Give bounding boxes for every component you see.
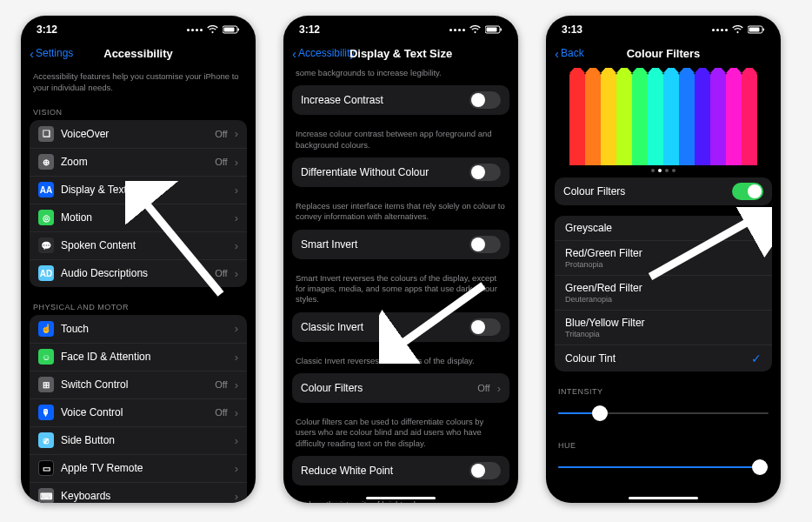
row-label: VoiceOver: [61, 128, 208, 140]
row-label: Classic Invert: [301, 321, 463, 333]
pencil-icon: [616, 73, 632, 165]
vision-row-3[interactable]: ◎Motion›: [30, 204, 247, 231]
setting-row-increase-contrast[interactable]: Increase Contrast: [292, 85, 509, 115]
row-label: Touch: [61, 323, 228, 335]
vision-row-0[interactable]: ❏VoiceOverOff›: [30, 120, 247, 148]
setting-row-smart-invert[interactable]: Smart Invert: [292, 230, 509, 259]
setting-row-reduce-white-point[interactable]: Reduce White Point: [292, 456, 509, 485]
chevron-right-icon: ›: [235, 322, 238, 335]
setting-group-2: Smart Invert: [292, 230, 509, 259]
row-icon: ⌨: [38, 488, 54, 503]
filter-option-red-green-filter[interactable]: Red/Green FilterProtanopia: [555, 240, 772, 275]
content: Colour Filters GreyscaleRed/Green Filter…: [546, 68, 781, 503]
motor-row-4[interactable]: ⎚Side Button›: [30, 426, 247, 454]
row-label: Display & Text Size: [61, 184, 228, 196]
vision-row-4[interactable]: 💬Spoken Content›: [30, 231, 247, 259]
signal-icon: [712, 29, 728, 31]
filter-option-green-red-filter[interactable]: Green/Red FilterDeuteranopia: [555, 275, 772, 310]
chevron-right-icon: ›: [235, 462, 238, 475]
colour-filters-switch[interactable]: [732, 183, 763, 200]
setting-note: Smart Invert reverses the colours of the…: [283, 270, 518, 312]
toggle-switch[interactable]: [469, 91, 501, 109]
setting-row-colour-filters[interactable]: Colour FiltersOff›: [292, 373, 509, 403]
signal-icon: [449, 29, 465, 31]
battery-icon: [748, 25, 765, 34]
chevron-right-icon: ›: [235, 239, 238, 252]
motor-row-0[interactable]: ☝Touch›: [30, 315, 247, 343]
row-label: Audio Descriptions: [61, 267, 208, 279]
checkmark-icon: ✓: [751, 351, 762, 365]
clock: 3:12: [299, 23, 320, 36]
filter-name: Colour Tint: [565, 352, 616, 365]
status-icons: [712, 25, 765, 34]
section-header-vision: VISION: [21, 103, 256, 120]
pencil-icon: [648, 73, 663, 165]
setting-note: Increase colour contrast between app for…: [283, 125, 518, 157]
svg-rect-6: [501, 29, 503, 31]
truncated-note: some backgrounds to increase legibility.: [283, 68, 518, 85]
chevron-right-icon: ›: [235, 267, 238, 280]
pencil-icon: [585, 73, 601, 165]
row-colour-filters-toggle[interactable]: Colour Filters: [555, 177, 772, 205]
row-icon: AD: [38, 265, 54, 281]
status-icons: [187, 25, 240, 34]
chevron-right-icon: ›: [235, 490, 238, 503]
toggle-switch[interactable]: [469, 164, 501, 181]
vision-row-1[interactable]: ⊕ZoomOff›: [30, 148, 247, 176]
group-vision: ❏VoiceOverOff›⊕ZoomOff›AADisplay & Text …: [30, 120, 247, 287]
row-label: Face ID & Attention: [61, 351, 228, 363]
group-filter-options: GreyscaleRed/Green FilterProtanopiaGreen…: [555, 216, 772, 371]
intensity-slider[interactable]: [558, 403, 769, 424]
home-indicator[interactable]: [366, 497, 436, 499]
chevron-right-icon: ›: [235, 351, 238, 364]
wifi-icon: [469, 25, 481, 34]
toggle-switch[interactable]: [469, 318, 501, 336]
filter-name: Blue/Yellow Filter: [565, 317, 762, 329]
pencil-preview[interactable]: [546, 68, 781, 165]
motor-row-1[interactable]: ☺Face ID & Attention›: [30, 343, 247, 371]
motor-row-3[interactable]: 🎙Voice ControlOff›: [30, 398, 247, 426]
setting-note: Replaces user interface items that rely …: [283, 197, 518, 230]
row-icon: ⊞: [38, 377, 54, 392]
chevron-right-icon: ›: [235, 127, 238, 140]
section-header-motor: PHYSICAL AND MOTOR: [21, 298, 256, 315]
filter-subtitle: Deuteranopia: [565, 295, 762, 304]
toggle-label: Colour Filters: [563, 185, 725, 197]
row-icon: 🎙: [38, 405, 54, 420]
svg-rect-2: [238, 29, 240, 31]
vision-row-2[interactable]: AADisplay & Text Size›: [30, 176, 247, 204]
hue-slider[interactable]: [558, 457, 769, 478]
chevron-right-icon: ›: [235, 184, 238, 197]
row-label: Smart Invert: [301, 238, 463, 251]
filter-option-colour-tint[interactable]: Colour Tint✓: [555, 345, 772, 371]
motor-row-2[interactable]: ⊞Switch ControlOff›: [30, 371, 247, 398]
home-indicator[interactable]: [629, 497, 698, 499]
vision-row-5[interactable]: ADAudio DescriptionsOff›: [30, 259, 247, 287]
row-icon: ☺: [38, 349, 54, 365]
pencil-icon: [742, 73, 757, 165]
filter-option-blue-yellow-filter[interactable]: Blue/Yellow FilterTritanopia: [555, 310, 772, 345]
wifi-icon: [207, 25, 218, 34]
row-icon: ☝: [38, 321, 54, 337]
motor-row-6[interactable]: ⌨Keyboards›: [30, 482, 247, 503]
toggle-switch[interactable]: [469, 236, 501, 253]
filter-option-greyscale[interactable]: Greyscale: [555, 216, 772, 240]
phone-accessibility: 3:12 ‹ Settings Accessibility Accessibil…: [21, 16, 256, 503]
row-value: Off: [215, 379, 227, 390]
status-bar: 3:13: [546, 16, 781, 40]
setting-row-differentiate-without-colour[interactable]: Differentiate Without Colour: [292, 157, 509, 187]
filter-name: Greyscale: [565, 222, 612, 234]
page-title: Accessibility: [21, 47, 256, 60]
filter-subtitle: Tritanopia: [565, 330, 762, 338]
page-indicator[interactable]: [546, 165, 781, 177]
svg-rect-5: [487, 28, 497, 32]
setting-row-classic-invert[interactable]: Classic Invert: [292, 312, 509, 342]
row-label: Keyboards: [61, 490, 228, 502]
intro-text: Accessibility features help you customis…: [21, 68, 256, 103]
status-bar: 3:12: [283, 16, 518, 40]
toggle-switch[interactable]: [469, 462, 501, 479]
row-label: Zoom: [61, 156, 208, 168]
chevron-right-icon: ›: [497, 382, 501, 395]
motor-row-5[interactable]: ▭Apple TV Remote›: [30, 454, 247, 482]
status-bar: 3:12: [21, 16, 256, 40]
